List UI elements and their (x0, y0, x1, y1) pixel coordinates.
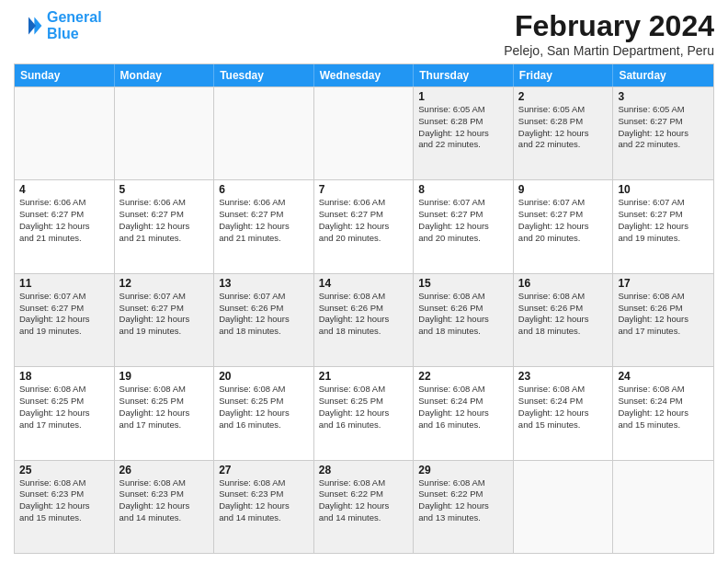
day-number: 2 (518, 90, 609, 103)
day-number: 29 (418, 464, 508, 477)
day-number: 7 (319, 183, 409, 196)
day-number: 1 (418, 90, 508, 103)
calendar-row: 11Sunrise: 6:07 AM Sunset: 6:27 PM Dayli… (15, 273, 713, 366)
calendar: SundayMondayTuesdayWednesdayThursdayFrid… (14, 63, 714, 554)
calendar-cell: 17Sunrise: 6:08 AM Sunset: 6:26 PM Dayli… (613, 274, 713, 366)
day-number: 24 (618, 370, 709, 383)
day-info: Sunrise: 6:08 AM Sunset: 6:23 PM Dayligh… (219, 477, 309, 524)
main-title: February 2024 (504, 9, 714, 43)
weekday-header: Sunday (15, 64, 115, 86)
calendar-cell: 27Sunrise: 6:08 AM Sunset: 6:23 PM Dayli… (214, 461, 314, 553)
calendar-cell: 6Sunrise: 6:06 AM Sunset: 6:27 PM Daylig… (214, 180, 314, 272)
calendar-cell: 8Sunrise: 6:07 AM Sunset: 6:27 PM Daylig… (414, 180, 514, 272)
day-number: 19 (119, 370, 210, 383)
day-number: 23 (518, 370, 609, 383)
day-info: Sunrise: 6:05 AM Sunset: 6:28 PM Dayligh… (518, 104, 609, 151)
day-number: 11 (19, 277, 109, 290)
calendar-cell: 29Sunrise: 6:08 AM Sunset: 6:22 PM Dayli… (414, 461, 514, 553)
logo-icon (14, 11, 43, 40)
day-info: Sunrise: 6:05 AM Sunset: 6:28 PM Dayligh… (418, 104, 508, 151)
calendar-cell: 25Sunrise: 6:08 AM Sunset: 6:23 PM Dayli… (15, 461, 115, 553)
calendar-cell: 19Sunrise: 6:08 AM Sunset: 6:25 PM Dayli… (115, 367, 215, 459)
day-number: 6 (219, 183, 309, 196)
logo: General Blue (14, 9, 102, 41)
calendar-row: 4Sunrise: 6:06 AM Sunset: 6:27 PM Daylig… (15, 179, 713, 272)
calendar-cell: 16Sunrise: 6:08 AM Sunset: 6:26 PM Dayli… (514, 274, 614, 366)
calendar-cell (314, 87, 415, 179)
weekday-header: Tuesday (214, 64, 314, 86)
calendar-cell: 9Sunrise: 6:07 AM Sunset: 6:27 PM Daylig… (514, 180, 614, 272)
calendar-cell: 11Sunrise: 6:07 AM Sunset: 6:27 PM Dayli… (15, 274, 115, 366)
day-info: Sunrise: 6:07 AM Sunset: 6:27 PM Dayligh… (618, 197, 709, 244)
page: General Blue February 2024 Pelejo, San M… (0, 0, 728, 563)
day-info: Sunrise: 6:07 AM Sunset: 6:27 PM Dayligh… (418, 197, 508, 244)
day-info: Sunrise: 6:07 AM Sunset: 6:27 PM Dayligh… (19, 291, 109, 338)
day-info: Sunrise: 6:07 AM Sunset: 6:27 PM Dayligh… (119, 291, 210, 338)
day-number: 25 (19, 464, 109, 477)
day-info: Sunrise: 6:08 AM Sunset: 6:25 PM Dayligh… (319, 384, 409, 431)
day-info: Sunrise: 6:08 AM Sunset: 6:22 PM Dayligh… (319, 477, 409, 524)
calendar-cell: 21Sunrise: 6:08 AM Sunset: 6:25 PM Dayli… (314, 367, 415, 459)
day-info: Sunrise: 6:08 AM Sunset: 6:24 PM Dayligh… (618, 384, 709, 431)
day-number: 9 (518, 183, 609, 196)
day-info: Sunrise: 6:08 AM Sunset: 6:23 PM Dayligh… (19, 477, 109, 524)
calendar-cell: 12Sunrise: 6:07 AM Sunset: 6:27 PM Dayli… (115, 274, 215, 366)
calendar-cell: 20Sunrise: 6:08 AM Sunset: 6:25 PM Dayli… (214, 367, 314, 459)
title-section: February 2024 Pelejo, San Martin Departm… (504, 9, 714, 58)
day-number: 3 (618, 90, 709, 103)
day-info: Sunrise: 6:08 AM Sunset: 6:24 PM Dayligh… (518, 384, 609, 431)
calendar-row: 25Sunrise: 6:08 AM Sunset: 6:23 PM Dayli… (15, 460, 713, 553)
logo-line2: Blue (47, 26, 102, 42)
calendar-cell: 2Sunrise: 6:05 AM Sunset: 6:28 PM Daylig… (514, 87, 614, 179)
calendar-cell: 7Sunrise: 6:06 AM Sunset: 6:27 PM Daylig… (314, 180, 415, 272)
day-number: 27 (219, 464, 309, 477)
day-info: Sunrise: 6:08 AM Sunset: 6:25 PM Dayligh… (219, 384, 309, 431)
day-info: Sunrise: 6:08 AM Sunset: 6:24 PM Dayligh… (418, 384, 508, 431)
day-number: 20 (219, 370, 309, 383)
calendar-cell: 22Sunrise: 6:08 AM Sunset: 6:24 PM Dayli… (414, 367, 514, 459)
calendar-cell: 5Sunrise: 6:06 AM Sunset: 6:27 PM Daylig… (115, 180, 215, 272)
day-number: 10 (618, 183, 709, 196)
weekday-header: Friday (514, 64, 614, 86)
calendar-cell (514, 461, 614, 553)
calendar-cell (15, 87, 115, 179)
calendar-header: SundayMondayTuesdayWednesdayThursdayFrid… (15, 64, 713, 86)
calendar-cell (214, 87, 314, 179)
weekday-header: Monday (115, 64, 215, 86)
day-info: Sunrise: 6:07 AM Sunset: 6:27 PM Dayligh… (518, 197, 609, 244)
day-number: 5 (119, 183, 210, 196)
day-info: Sunrise: 6:08 AM Sunset: 6:25 PM Dayligh… (19, 384, 109, 431)
calendar-row: 18Sunrise: 6:08 AM Sunset: 6:25 PM Dayli… (15, 366, 713, 459)
day-info: Sunrise: 6:08 AM Sunset: 6:22 PM Dayligh… (418, 477, 508, 524)
calendar-body: 1Sunrise: 6:05 AM Sunset: 6:28 PM Daylig… (15, 86, 713, 553)
calendar-cell: 24Sunrise: 6:08 AM Sunset: 6:24 PM Dayli… (613, 367, 713, 459)
calendar-cell: 18Sunrise: 6:08 AM Sunset: 6:25 PM Dayli… (15, 367, 115, 459)
logo-line1: General (47, 9, 102, 25)
calendar-cell (613, 461, 713, 553)
day-info: Sunrise: 6:08 AM Sunset: 6:26 PM Dayligh… (418, 291, 508, 338)
calendar-cell: 14Sunrise: 6:08 AM Sunset: 6:26 PM Dayli… (314, 274, 415, 366)
day-info: Sunrise: 6:07 AM Sunset: 6:26 PM Dayligh… (219, 291, 309, 338)
day-number: 18 (19, 370, 109, 383)
weekday-header: Wednesday (314, 64, 415, 86)
day-info: Sunrise: 6:06 AM Sunset: 6:27 PM Dayligh… (219, 197, 309, 244)
day-info: Sunrise: 6:08 AM Sunset: 6:25 PM Dayligh… (119, 384, 210, 431)
day-number: 4 (19, 183, 109, 196)
day-info: Sunrise: 6:08 AM Sunset: 6:26 PM Dayligh… (618, 291, 709, 338)
day-number: 12 (119, 277, 210, 290)
calendar-cell: 3Sunrise: 6:05 AM Sunset: 6:27 PM Daylig… (613, 87, 713, 179)
calendar-cell: 15Sunrise: 6:08 AM Sunset: 6:26 PM Dayli… (414, 274, 514, 366)
weekday-header: Thursday (414, 64, 514, 86)
day-number: 22 (418, 370, 508, 383)
day-number: 16 (518, 277, 609, 290)
day-number: 14 (319, 277, 409, 290)
day-number: 26 (119, 464, 210, 477)
calendar-cell: 28Sunrise: 6:08 AM Sunset: 6:22 PM Dayli… (314, 461, 415, 553)
day-number: 21 (319, 370, 409, 383)
day-number: 17 (618, 277, 709, 290)
calendar-cell: 4Sunrise: 6:06 AM Sunset: 6:27 PM Daylig… (15, 180, 115, 272)
calendar-row: 1Sunrise: 6:05 AM Sunset: 6:28 PM Daylig… (15, 86, 713, 179)
header: General Blue February 2024 Pelejo, San M… (14, 9, 714, 58)
day-info: Sunrise: 6:05 AM Sunset: 6:27 PM Dayligh… (618, 104, 709, 151)
day-number: 13 (219, 277, 309, 290)
